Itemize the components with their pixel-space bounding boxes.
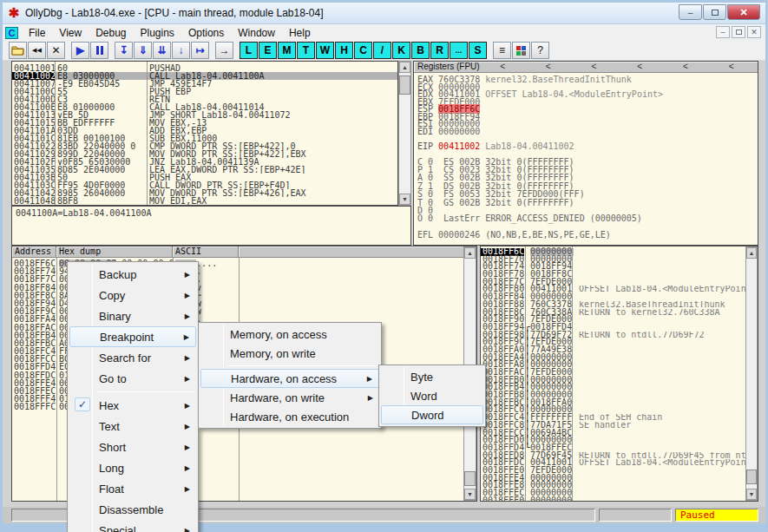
dump-header-hex[interactable]: Hex dump — [56, 246, 173, 258]
view-button-R[interactable]: R — [430, 42, 449, 59]
disasm-row[interactable]: 0041100DC3RETN — [12, 95, 397, 103]
view-button-T[interactable]: T — [297, 42, 315, 59]
view-button-/[interactable]: / — [373, 42, 391, 59]
disasm-row[interactable]: 0041100C55PUSH EBP — [12, 88, 397, 95]
title-bar[interactable]: ✱ OllyDbg - Lab18-04.exe - [CPU - main t… — [3, 3, 765, 24]
menu-item-copy[interactable]: Copy▶ — [69, 285, 196, 305]
pane-collapse-icon[interactable]: < — [729, 62, 734, 72]
view-button-L[interactable]: L — [240, 42, 258, 59]
menu-item-memory-on-write[interactable]: Memory, on write — [200, 344, 379, 363]
scroll-down-icon[interactable]: ▼ — [464, 489, 476, 500]
dump-header-address[interactable]: Address — [12, 246, 56, 258]
disasm-row[interactable]: 0041101C81EB 00100100SUB EBX,11000 — [12, 135, 397, 142]
menu-item-special[interactable]: Special▶ — [69, 520, 196, 532]
register-line-eip[interactable]: EIP 00411002 Lab18-04.00411002 — [414, 143, 758, 151]
pause-icon[interactable] — [90, 42, 108, 59]
step-into-icon[interactable]: ↧ — [115, 42, 133, 59]
disasm-row[interactable]: 0041100160PUSHAD — [12, 64, 397, 72]
restore-button[interactable] — [703, 4, 726, 20]
disasm-row[interactable]: 0041101A03DDADD EBX,EBP — [12, 127, 397, 135]
menu-item-binary[interactable]: Binary▶ — [69, 305, 196, 326]
disasm-row[interactable]: 00411015BB EDFFFFFFMOV EBX,-13 — [12, 119, 397, 127]
scroll-up-icon[interactable]: ▲ — [464, 247, 476, 259]
stack-scrollbar[interactable]: ▲ ▼ — [745, 246, 758, 501]
open-file-button[interactable] — [9, 42, 27, 59]
scroll-up-icon[interactable]: ▲ — [399, 62, 410, 73]
stack-row[interactable]: 0018FFF000000000 — [481, 497, 758, 502]
menu-options[interactable]: Options — [181, 25, 231, 41]
menu-item-long[interactable]: Long▶ — [69, 457, 196, 478]
animate-over-icon[interactable]: ↓ — [172, 42, 190, 59]
menu-item-search-for[interactable]: Search for▶ — [69, 347, 196, 368]
pane-collapse-icon[interactable]: < — [546, 62, 551, 72]
flag-line[interactable]: O 0 LastErr ERROR_ACCESS_DENIED (0000000… — [414, 214, 758, 222]
menu-item-hardware-on-execution[interactable]: Hardware, on execution — [200, 407, 379, 426]
menu-item-word[interactable]: Word — [381, 386, 483, 405]
step-over-icon[interactable]: ⇓ — [134, 42, 152, 59]
mdi-restore-button[interactable] — [732, 26, 745, 38]
close-button[interactable]: ✕ — [727, 4, 760, 20]
go-to-icon[interactable]: → — [215, 42, 233, 59]
close-program-icon[interactable]: ✕ — [47, 42, 65, 59]
disasm-row[interactable]: 004110488BF8MOV EDI,EAX — [12, 197, 397, 205]
menu-item-short[interactable]: Short▶ — [69, 437, 196, 457]
help-icon[interactable]: ? — [531, 42, 549, 59]
menu-item-go-to[interactable]: Go to▶ — [69, 368, 196, 389]
stack-pane[interactable]: 0018FF6C000000000018FF70000000000018FF74… — [480, 246, 758, 502]
mdi-minimize-button[interactable]: – — [716, 26, 730, 38]
menu-window[interactable]: Window — [231, 25, 282, 41]
cpu-window-icon[interactable]: C — [5, 27, 18, 39]
dump-header-ascii[interactable]: ASCII — [173, 246, 239, 258]
run-icon[interactable]: ▶ — [71, 42, 89, 59]
menu-view[interactable]: View — [52, 25, 89, 41]
disasm-row[interactable]: 004110358D85 2E040000LEA EAX,DWORD PTR S… — [12, 166, 397, 174]
menu-item-byte[interactable]: Byte — [381, 367, 483, 386]
viewers-icon[interactable]: ≡ — [493, 42, 511, 59]
pane-collapse-icon[interactable]: < — [683, 62, 688, 72]
view-button-E[interactable]: E — [259, 42, 277, 59]
menu-item-backup[interactable]: Backup▶ — [69, 264, 196, 285]
disasm-row[interactable]: 0041103CFF95 4D0F0000CALL DWORD PTR SS:[… — [12, 181, 397, 189]
disasm-row[interactable]: 004110428985 26040000MOV DWORD PTR SS:[E… — [12, 189, 397, 197]
menu-item-hardware-on-access[interactable]: Hardware, on access▶ — [200, 369, 379, 388]
disasm-row[interactable]: 0041102F∨0F85 65030000JNZ Lab18-04.00411… — [12, 158, 397, 166]
scroll-up-icon[interactable]: ▲ — [746, 247, 757, 259]
disassembly-pane[interactable]: 0041100160PUSHAD00411002E8 03000000CALL … — [11, 61, 398, 206]
menu-item-hex[interactable]: Hex✓▶ — [69, 395, 196, 416]
scroll-down-icon[interactable]: ▼ — [746, 489, 757, 500]
disasm-row[interactable]: 0041103B50PUSH EAX — [12, 174, 397, 181]
menu-plugins[interactable]: Plugins — [134, 25, 181, 41]
execute-till-return-icon[interactable]: ↦ — [191, 42, 209, 59]
view-button-W[interactable]: W — [316, 42, 334, 59]
efl-line[interactable]: EFL 00000246 (NO,NB,E,BE,NS,PE,GE,LE) — [414, 231, 758, 239]
animate-into-icon[interactable]: ⇊ — [153, 42, 171, 59]
appearance-icon[interactable] — [512, 42, 530, 59]
pane-collapse-icon[interactable]: < — [592, 62, 597, 72]
disasm-row[interactable]: 0041100EE8 01000000CALL Lab18-04.0041101… — [12, 103, 397, 111]
disassembly-scrollbar[interactable]: ▲ ▼ — [398, 61, 411, 206]
disasm-row[interactable]: 0041102283BD 22040000 0CMP DWORD PTR SS:… — [12, 142, 397, 150]
menu-item-text[interactable]: Text▶ — [69, 416, 196, 437]
view-button-B[interactable]: B — [411, 42, 430, 59]
menu-item-breakpoint[interactable]: Breakpoint▶ — [69, 326, 196, 347]
scroll-down-icon[interactable]: ▼ — [399, 194, 410, 205]
menu-item-disassemble[interactable]: Disassemble — [69, 499, 196, 520]
menu-item-dword[interactable]: Dword — [381, 405, 483, 424]
flag-line[interactable]: T 0 GS 002B 32bit 0(FFFFFFFF) — [414, 199, 758, 207]
menu-help[interactable]: Help — [282, 25, 318, 41]
disasm-row[interactable]: 00411029899D 22040000MOV DWORD PTR SS:[E… — [12, 150, 397, 158]
menu-item-memory-on-access[interactable]: Memory, on access — [200, 325, 379, 344]
menu-debug[interactable]: Debug — [89, 25, 133, 41]
pane-collapse-icon[interactable]: < — [500, 62, 505, 72]
view-button-M[interactable]: M — [278, 42, 296, 59]
view-button-C[interactable]: C — [354, 42, 372, 59]
pane-collapse-icon[interactable]: < — [637, 62, 642, 72]
disasm-row[interactable]: 00411002E8 03000000CALL Lab18-04.0041100… — [12, 72, 397, 80]
view-button-S[interactable]: S — [469, 42, 487, 59]
menu-item-hardware-on-write[interactable]: Hardware, on write▶ — [200, 388, 379, 407]
mdi-close-button[interactable]: ✕ — [747, 26, 761, 38]
restart-icon[interactable]: ◀◀ — [28, 42, 46, 59]
disasm-row[interactable]: 00411013∨EB 5DJMP SHORT Lab18-04.0041107… — [12, 111, 397, 119]
register-line[interactable]: EDI 00000000 — [414, 128, 758, 136]
view-button-log[interactable]: ... — [450, 42, 468, 59]
